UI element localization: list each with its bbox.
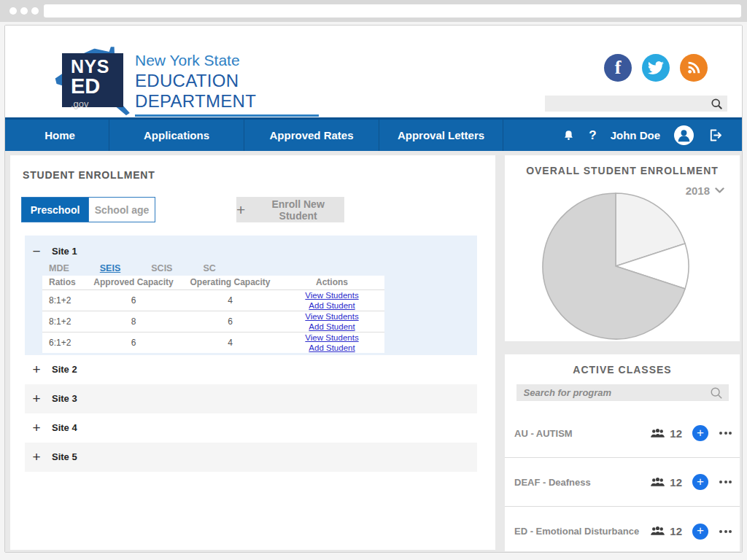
site-1-section: − Site 1 MDE SEIS SCIS SC Ratios App bbox=[25, 236, 477, 355]
tab-preschool[interactable]: Preschool bbox=[22, 198, 88, 222]
approved-cell: 8 bbox=[86, 311, 181, 332]
site-2-header[interactable]: + Site 2 bbox=[25, 355, 477, 384]
chevron-down-icon bbox=[715, 187, 724, 194]
view-students-link[interactable]: View Students bbox=[305, 291, 358, 300]
logout-icon[interactable] bbox=[708, 128, 723, 143]
twitter-icon[interactable] bbox=[642, 54, 670, 82]
enroll-new-student-button[interactable]: + Enroll New Student bbox=[236, 197, 344, 222]
window-dot-icon[interactable] bbox=[20, 7, 28, 15]
program-search-input[interactable] bbox=[516, 387, 710, 398]
student-count: 12 bbox=[670, 525, 682, 537]
more-options-icon[interactable] bbox=[719, 481, 732, 483]
class-list: AU - AUTISM 12 + DEAF - Deafness 12 + ED… bbox=[505, 409, 740, 551]
nav-item-approved-rates[interactable]: Approved Rates bbox=[244, 120, 379, 151]
col-header-approved: Approved Capacity bbox=[86, 276, 181, 289]
list-item: ED - Emotional Disturbance 12 + bbox=[505, 507, 740, 551]
page-card: NYS ED .gov New York State EDUCATION DEP… bbox=[4, 25, 743, 553]
expand-icon[interactable]: + bbox=[31, 420, 42, 436]
dept-divider bbox=[135, 114, 319, 117]
add-student-link[interactable]: Add Student bbox=[309, 301, 355, 310]
plus-icon: + bbox=[236, 201, 245, 219]
site-label: Site 1 bbox=[52, 246, 77, 257]
expand-icon[interactable]: + bbox=[31, 449, 42, 465]
dept-line2: EDUCATION DEPARTMENT bbox=[135, 71, 332, 112]
operating-cell: 6 bbox=[181, 311, 279, 332]
add-class-icon[interactable]: + bbox=[692, 425, 708, 441]
class-name: ED - Emotional Disturbance bbox=[514, 526, 650, 537]
site-5-header[interactable]: + Site 5 bbox=[25, 443, 477, 472]
avatar[interactable] bbox=[674, 125, 694, 145]
bell-icon[interactable] bbox=[562, 129, 575, 142]
enrollment-pie-chart bbox=[539, 190, 692, 346]
col-header-actions: Actions bbox=[279, 276, 384, 289]
tab-sc[interactable]: SC bbox=[203, 263, 215, 273]
col-header-ratios: Ratios bbox=[42, 276, 86, 289]
overall-enrollment-panel: OVERALL STUDENT ENROLLMENT 2018 bbox=[505, 155, 740, 341]
col-header-operating: Operating Capacity bbox=[181, 276, 279, 289]
page-title: STUDENT ENROLLMENT bbox=[23, 169, 487, 181]
site-label: Site 2 bbox=[52, 364, 77, 375]
users-icon bbox=[650, 477, 665, 488]
tab-school-age[interactable]: School age bbox=[88, 198, 155, 222]
student-count: 12 bbox=[670, 427, 682, 440]
add-class-icon[interactable]: + bbox=[692, 474, 708, 490]
content-area: STUDENT ENROLLMENT Preschool School age … bbox=[5, 151, 743, 553]
overall-enrollment-title: OVERALL STUDENT ENROLLMENT bbox=[505, 155, 740, 176]
program-search bbox=[516, 384, 729, 401]
window-dot-icon[interactable] bbox=[31, 7, 39, 15]
window-controls[interactable] bbox=[9, 7, 39, 15]
nav-utilities: ? John Doe bbox=[562, 120, 743, 151]
users-icon bbox=[650, 428, 665, 439]
window-dot-icon[interactable] bbox=[9, 7, 17, 15]
facebook-icon[interactable]: f bbox=[604, 54, 632, 82]
expand-icon[interactable]: + bbox=[31, 391, 42, 407]
help-icon[interactable]: ? bbox=[589, 128, 596, 143]
site-3-header[interactable]: + Site 3 bbox=[25, 384, 477, 413]
site-label: Site 4 bbox=[52, 422, 77, 433]
more-options-icon[interactable] bbox=[719, 530, 732, 533]
site-label: Site 3 bbox=[52, 393, 77, 404]
nysed-logo[interactable]: NYS ED .gov bbox=[42, 44, 144, 120]
site-1-tabs: MDE SEIS SCIS SC bbox=[25, 260, 477, 276]
more-options-icon[interactable] bbox=[719, 432, 732, 435]
nav-item-home[interactable]: Home bbox=[11, 120, 109, 151]
approved-cell: 6 bbox=[86, 289, 181, 311]
search-icon[interactable] bbox=[711, 98, 727, 110]
social-links: f bbox=[604, 54, 708, 82]
logo-text-gov: .gov bbox=[71, 99, 123, 109]
table-row: 8:1+2 8 6 View Students Add Student bbox=[42, 311, 384, 332]
expand-icon[interactable]: + bbox=[31, 362, 42, 378]
header-search-input[interactable] bbox=[545, 98, 711, 109]
nav-menu: Home Applications Approved Rates Approva… bbox=[5, 120, 503, 151]
search-icon[interactable] bbox=[710, 386, 729, 400]
site-label: Site 5 bbox=[52, 451, 77, 462]
add-student-link[interactable]: Add Student bbox=[309, 322, 355, 331]
site-1-header[interactable]: − Site 1 bbox=[25, 241, 477, 260]
age-tabs: Preschool School age bbox=[21, 197, 155, 222]
tab-seis[interactable]: SEIS bbox=[100, 263, 121, 273]
ratio-cell: 6:1+2 bbox=[42, 332, 86, 353]
nav-item-approval-letters[interactable]: Approval Letters bbox=[379, 120, 503, 151]
tab-mde[interactable]: MDE bbox=[49, 263, 69, 273]
enroll-button-label: Enroll New Student bbox=[252, 198, 344, 222]
nav-item-applications[interactable]: Applications bbox=[109, 120, 244, 151]
ratio-cell: 8:1+2 bbox=[42, 311, 86, 332]
collapse-icon[interactable]: − bbox=[31, 244, 42, 258]
site-header: NYS ED .gov New York State EDUCATION DEP… bbox=[5, 26, 743, 117]
view-students-link[interactable]: View Students bbox=[305, 312, 358, 321]
add-student-link[interactable]: Add Student bbox=[309, 343, 355, 352]
tab-scis[interactable]: SCIS bbox=[151, 263, 172, 273]
table-row: 8:1+2 6 4 View Students Add Student bbox=[42, 289, 384, 311]
approved-cell: 6 bbox=[86, 332, 181, 353]
address-bar[interactable] bbox=[44, 4, 741, 18]
add-class-icon[interactable]: + bbox=[692, 524, 708, 540]
enrollment-controls: Preschool School age + Enroll New Studen… bbox=[21, 197, 487, 222]
student-enrollment-panel: STUDENT ENROLLMENT Preschool School age … bbox=[10, 155, 495, 550]
student-count: 12 bbox=[670, 476, 682, 489]
rss-icon[interactable] bbox=[680, 54, 708, 82]
site-4-header[interactable]: + Site 4 bbox=[25, 413, 477, 443]
users-icon bbox=[650, 526, 665, 537]
dept-line1: New York State bbox=[135, 52, 332, 69]
view-students-link[interactable]: View Students bbox=[305, 333, 358, 342]
class-name: DEAF - Deafness bbox=[514, 477, 650, 488]
